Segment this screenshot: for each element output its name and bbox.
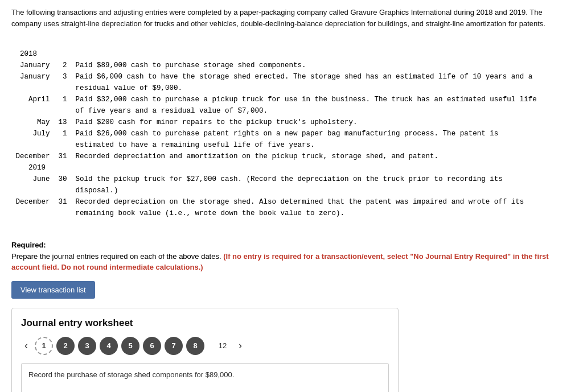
- record-instruction-box: Record the purchase of storage shed comp…: [21, 363, 389, 393]
- page-btn-8[interactable]: 8: [186, 337, 204, 355]
- page-btn-12[interactable]: 12: [214, 337, 232, 355]
- required-text: Prepare the journal entries required on …: [11, 252, 223, 261]
- page-btn-4[interactable]: 4: [100, 337, 118, 355]
- page-btn-3[interactable]: 3: [78, 337, 96, 355]
- record-instruction-text: Record the purchase of storage shed comp…: [28, 370, 234, 379]
- required-label: Required:: [11, 241, 46, 249]
- page-btn-5[interactable]: 5: [121, 337, 139, 355]
- worksheet-title: Journal entry worksheet: [21, 317, 389, 329]
- pagination-prev-arrow[interactable]: ‹: [21, 339, 31, 353]
- journal-entry-worksheet: Journal entry worksheet ‹ 1 2 3 4 5 6 7 …: [11, 308, 399, 393]
- year-2018-label: 2018 January 2 Paid $89,000 cash to purc…: [11, 50, 537, 217]
- required-section: Required: Prepare the journal entries re…: [11, 240, 572, 273]
- view-transaction-button[interactable]: View transaction list: [11, 281, 95, 299]
- intro-paragraph: The following transactions and adjusting…: [11, 7, 572, 29]
- transactions-section: 2018 January 2 Paid $89,000 cash to purc…: [11, 37, 572, 230]
- page-btn-6[interactable]: 6: [143, 337, 161, 355]
- page-btn-7[interactable]: 7: [165, 337, 183, 355]
- page-btn-2[interactable]: 2: [56, 337, 75, 355]
- pagination-next-arrow[interactable]: ›: [235, 339, 245, 353]
- pagination-bar: ‹ 1 2 3 4 5 6 7 8 12 ›: [21, 337, 389, 355]
- page-btn-1[interactable]: 1: [35, 337, 53, 355]
